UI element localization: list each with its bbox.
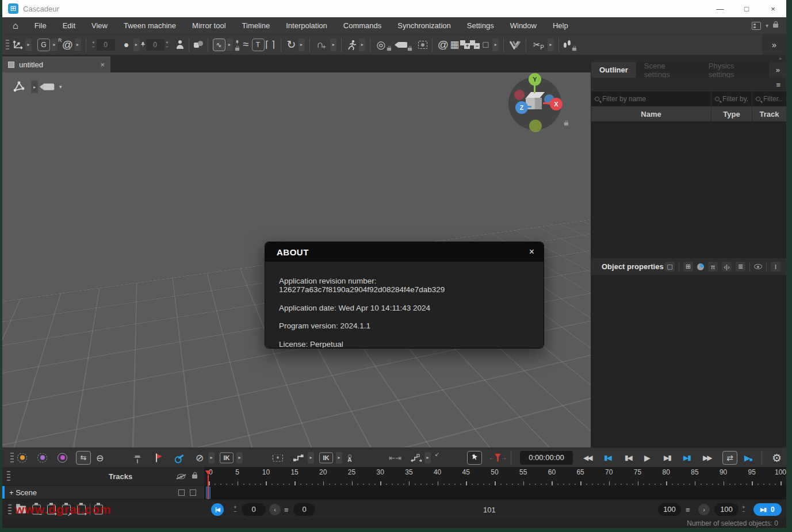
interval-edit-icon[interactable]: ⇤⇥ (389, 453, 401, 462)
weight-stepper[interactable]: +− (164, 41, 170, 49)
box-select-icon[interactable] (273, 454, 283, 461)
ibeam-icon[interactable]: I (771, 262, 780, 271)
scene-visibility-checkbox[interactable] (178, 489, 185, 496)
scene-label[interactable]: + Scene (9, 488, 37, 497)
menu-file[interactable]: File (26, 21, 55, 30)
increment-button[interactable]: › (698, 504, 710, 515)
jump-start-button[interactable]: ▮◀ (604, 454, 611, 462)
menu-help[interactable]: Help (545, 21, 576, 30)
remove-interval-icon[interactable]: ⊖ (96, 452, 104, 463)
loop-button[interactable]: ⇄ (722, 451, 737, 465)
menu-window[interactable]: Window (502, 21, 545, 30)
scene-track-lane[interactable] (204, 486, 786, 499)
cycle-mode-button[interactable]: ⇆ (76, 451, 91, 465)
global-mode-dropdown[interactable]: ▸ (51, 39, 58, 51)
scene-lock-checkbox[interactable] (190, 489, 196, 496)
column-name[interactable]: Name (591, 106, 711, 121)
menu-interpolation[interactable]: Interpolation (278, 21, 335, 30)
tab-physics-settings[interactable]: Physics settings (701, 62, 770, 78)
trajectory-dropdown[interactable]: ▸ (330, 39, 336, 51)
footsteps-icon[interactable] (564, 40, 572, 49)
focus-frame-icon[interactable] (418, 41, 427, 49)
column-track[interactable]: Track (752, 106, 786, 121)
spline-pin-icon[interactable] (235, 40, 239, 44)
range-field[interactable]: 100 (714, 503, 739, 516)
boxed-square-icon[interactable]: ▢ (665, 262, 675, 271)
pin-small-icon[interactable] (140, 42, 145, 47)
filter-type-input[interactable] (722, 95, 748, 103)
scene-track-row[interactable]: + Scene (2, 486, 786, 499)
no-interpolation-icon[interactable]: ⊘ (196, 451, 204, 464)
lock-icon[interactable] (773, 24, 778, 28)
close-button[interactable]: × (760, 0, 786, 17)
fast-rewind-button[interactable]: ◀◀ (583, 454, 591, 462)
prev-frame-button[interactable]: ▮◀ (625, 454, 632, 462)
play-button[interactable]: ▶ (644, 453, 651, 462)
add-layer-icon[interactable] (460, 40, 470, 49)
gizmo-z-ball[interactable]: Z (515, 101, 528, 114)
home-icon[interactable]: ⌂ (13, 21, 18, 31)
ik-second-button[interactable]: IK (319, 452, 333, 463)
object-properties-body[interactable] (591, 275, 786, 447)
jump-end-button[interactable]: ▶▮ (683, 454, 690, 462)
remove-layer-icon[interactable] (470, 40, 480, 49)
rotate-tool-icon[interactable]: ↻ (286, 38, 297, 52)
outliner-menu-icon[interactable]: ≡ (776, 81, 780, 89)
ballistic-magenta-icon[interactable] (58, 453, 67, 462)
selection-box-icon[interactable]: □ (480, 38, 491, 52)
menu-settings[interactable]: Settings (459, 21, 502, 30)
character-icon[interactable] (176, 40, 184, 49)
rig-nodes-dropdown[interactable]: ▸ (548, 39, 554, 51)
playhead[interactable] (208, 475, 209, 499)
filter-funnel-icon[interactable] (495, 454, 501, 462)
retime-dropdown[interactable]: ▸ (424, 452, 431, 464)
gizmo-x-ball[interactable]: X (550, 98, 563, 110)
next-frame-button[interactable]: ▶▮ (664, 454, 671, 462)
frame-field[interactable]: 0 (242, 503, 266, 516)
gizmo-spiral-dropdown[interactable]: ▸ (75, 39, 81, 51)
outliner-table[interactable] (591, 121, 786, 258)
pivot-target-icon[interactable]: ◎ (375, 38, 387, 52)
global-mode-button[interactable]: G (37, 39, 50, 51)
fast-forward-button[interactable]: ▶▶ (703, 454, 711, 462)
ik-second-dropdown[interactable]: ▸ (336, 452, 342, 464)
rotate-tool-dropdown[interactable]: ▸ (299, 39, 305, 51)
filter-name-input[interactable] (602, 95, 707, 103)
orientation-gizmo[interactable]: Y X Z (508, 77, 561, 130)
menu-commands[interactable]: Commands (335, 21, 389, 30)
minimize-button[interactable]: — (707, 0, 733, 17)
menu-timeline[interactable]: Timeline (234, 21, 278, 30)
step-mode-dropdown[interactable]: ▸ (308, 452, 314, 464)
list-icon[interactable]: ≣ (736, 262, 745, 271)
grid-snap-icon[interactable]: ▦ (449, 38, 460, 52)
menu-synchronization[interactable]: Synchronization (389, 21, 459, 30)
pivot-lock-icon[interactable] (387, 48, 391, 51)
scene-nodes-icon[interactable] (13, 81, 25, 93)
flag-icon[interactable] (155, 453, 163, 462)
tab-untitled[interactable]: untitled × (2, 56, 110, 72)
ik-mode-dropdown[interactable]: ▸ (236, 452, 243, 464)
filter-track-input[interactable] (763, 95, 783, 103)
range-stepper[interactable]: +− (741, 506, 747, 514)
end-frame-field[interactable]: 100 (658, 503, 681, 516)
column-type[interactable]: Type (711, 106, 752, 121)
corner-arrow-icon[interactable]: ↙ (435, 450, 439, 457)
shading-dot-icon[interactable] (697, 263, 704, 270)
viewport-camera-icon[interactable] (43, 83, 55, 90)
range-menu-icon[interactable]: ≡ (686, 505, 690, 514)
pi-icon[interactable]: π (708, 262, 718, 271)
no-interpolation-dropdown[interactable]: ▸ (208, 452, 215, 464)
hide-all-tracks-icon[interactable] (177, 474, 185, 479)
menu-view[interactable]: View (83, 21, 116, 30)
gizmo-neg-y-ball[interactable] (529, 120, 542, 132)
gizmo-spiral-icon[interactable]: @ (62, 38, 74, 52)
keyframe-icon[interactable] (173, 452, 185, 463)
footsteps-lock-icon[interactable] (572, 48, 576, 51)
spline-tool-dropdown[interactable]: ▸ (227, 39, 233, 51)
toolbar-overflow-button[interactable]: » (762, 35, 786, 55)
transform-tool-dropdown[interactable]: ▸ (25, 39, 32, 51)
auto-posing-icon[interactable]: A (347, 458, 351, 462)
gizmo-y-ball[interactable]: Y (529, 73, 541, 86)
pin-auto-button[interactable] (467, 451, 482, 465)
point-tool-dropdown[interactable]: ▸ (133, 39, 140, 51)
